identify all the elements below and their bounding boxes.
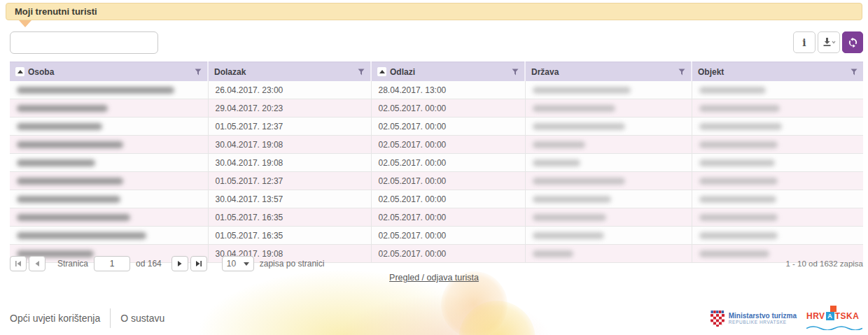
redacted-text <box>533 105 615 112</box>
next-page-icon <box>176 260 183 267</box>
arrival-cell: 30.04.2017. 19:08 <box>208 136 371 154</box>
filter-icon[interactable] <box>678 69 685 76</box>
redacted-text <box>533 141 585 148</box>
departure-cell: 02.05.2017. 00:00 <box>371 172 525 190</box>
arrival-cell: 01.05.2017. 16:35 <box>208 227 371 245</box>
country-cell <box>525 154 692 172</box>
search-input[interactable] <box>10 31 158 54</box>
tab-pointer-arrow <box>19 20 31 27</box>
redacted-text <box>17 214 130 221</box>
grid-toolbar: i <box>10 31 863 55</box>
table-row[interactable]: 01.05.2017. 12:3702.05.2017. 00:00 <box>10 117 863 136</box>
object-cell <box>692 99 863 117</box>
column-header-drzava[interactable]: Država <box>525 62 692 82</box>
last-page-icon <box>195 260 202 267</box>
table-body: 26.04.2017. 23:0028.04.2017. 13:0029.04.… <box>10 81 863 263</box>
country-cell <box>525 136 692 154</box>
redacted-text <box>533 123 625 130</box>
redacted-text <box>17 178 123 185</box>
tourists-table: Osoba Dolazak Odlazi <box>10 62 863 263</box>
filter-icon[interactable] <box>512 69 519 76</box>
person-cell <box>10 227 208 245</box>
redacted-text <box>699 87 766 94</box>
checkout-tourists-link[interactable]: Pregled / odjava turista <box>389 273 479 283</box>
departure-cell: 28.04.2017. 13:00 <box>371 81 525 99</box>
htz-word-left: HRV <box>806 312 825 320</box>
first-page-icon <box>15 260 22 267</box>
action-link-row: Pregled / odjava turista <box>0 271 868 283</box>
sort-asc-icon <box>15 67 24 76</box>
table-row[interactable]: 26.04.2017. 23:0028.04.2017. 13:00 <box>10 81 863 99</box>
departure-cell: 02.05.2017. 00:00 <box>371 227 525 245</box>
prev-page-button[interactable] <box>29 256 46 271</box>
column-header-osoba[interactable]: Osoba <box>10 62 208 82</box>
column-header-dolazak[interactable]: Dolazak <box>208 62 371 82</box>
table-row[interactable]: 29.04.2017. 20:2302.05.2017. 00:00 <box>10 99 863 117</box>
footer-links: Opći uvjeti korištenja O sustavu <box>10 308 164 328</box>
redacted-text <box>699 123 782 130</box>
table-header-row: Osoba Dolazak Odlazi <box>10 62 863 82</box>
column-label: Objekt <box>698 67 724 77</box>
active-tab-bar[interactable]: Moji trenutni turisti <box>6 3 862 20</box>
object-cell <box>692 172 863 190</box>
column-header-odlazi[interactable]: Odlazi <box>371 62 525 82</box>
refresh-icon <box>848 37 858 48</box>
departure-cell: 02.05.2017. 00:00 <box>371 208 525 227</box>
info-icon: i <box>802 37 806 48</box>
person-cell <box>10 208 208 227</box>
last-page-button[interactable] <box>190 256 207 271</box>
refresh-button[interactable] <box>842 31 863 53</box>
terms-of-use-link[interactable]: Opći uvjeti korištenja <box>10 313 100 324</box>
sort-asc-icon <box>377 67 386 76</box>
ministry-subtitle: REPUBLIKE HRVATSKE <box>729 320 797 325</box>
page-size-value: 10 <box>227 259 236 269</box>
about-system-link[interactable]: O sustavu <box>120 313 164 324</box>
arrival-cell: 01.05.2017. 12:37 <box>208 117 371 136</box>
column-header-objekt[interactable]: Objekt <box>692 62 863 82</box>
person-cell <box>10 99 208 117</box>
object-cell <box>692 154 863 172</box>
prev-page-icon <box>34 260 41 267</box>
htz-orange-square <box>830 306 836 312</box>
arrival-cell: 29.04.2017. 20:23 <box>208 99 371 117</box>
table-row[interactable]: 30.04.2017. 19:0802.05.2017. 00:00 <box>10 154 863 172</box>
first-page-button[interactable] <box>10 256 27 271</box>
croatia-tourist-board-logo: HRV A TSKA Hrvatska turistička zajednica <box>806 306 862 331</box>
footer-logos: Ministarstvo turizma REPUBLIKE HRVATSKE … <box>710 306 862 331</box>
object-cell <box>692 136 863 154</box>
departure-cell: 02.05.2017. 00:00 <box>371 190 525 208</box>
table-row[interactable]: 01.05.2017. 16:3502.05.2017. 00:00 <box>10 227 863 245</box>
chevron-down-icon <box>244 262 249 266</box>
page-count-label: od 164 <box>136 259 162 269</box>
page-size-select[interactable]: 10 <box>222 256 254 271</box>
htz-wave-icon <box>806 326 862 330</box>
person-cell <box>10 172 208 190</box>
htz-letter-a: A <box>826 312 834 320</box>
redacted-text <box>17 232 146 239</box>
person-cell <box>10 154 208 172</box>
redacted-text <box>699 105 780 112</box>
export-download-button[interactable] <box>818 31 840 53</box>
object-cell <box>692 81 863 99</box>
download-icon <box>822 37 836 48</box>
redacted-text <box>17 141 123 148</box>
departure-cell: 02.05.2017. 00:00 <box>371 99 525 117</box>
table-row[interactable]: 01.05.2017. 12:3702.05.2017. 00:00 <box>10 172 863 190</box>
next-page-button[interactable] <box>172 256 188 271</box>
redacted-text <box>533 214 606 221</box>
table-row[interactable]: 30.04.2017. 13:5702.05.2017. 00:00 <box>10 190 863 208</box>
column-label: Osoba <box>28 67 54 77</box>
object-cell <box>692 227 863 245</box>
redacted-text <box>17 105 108 112</box>
filter-icon[interactable] <box>358 69 365 76</box>
person-cell <box>10 81 208 99</box>
filter-icon[interactable] <box>195 69 202 76</box>
info-button[interactable]: i <box>793 31 816 53</box>
table-row[interactable]: 30.04.2017. 19:0802.05.2017. 00:00 <box>10 136 863 154</box>
page-number-input[interactable] <box>94 256 130 271</box>
object-cell <box>692 208 863 227</box>
filter-icon[interactable] <box>850 69 858 76</box>
redacted-text <box>17 159 95 166</box>
table-row[interactable]: 01.05.2017. 16:3502.05.2017. 00:00 <box>10 208 863 227</box>
column-label: Dolazak <box>214 67 246 77</box>
